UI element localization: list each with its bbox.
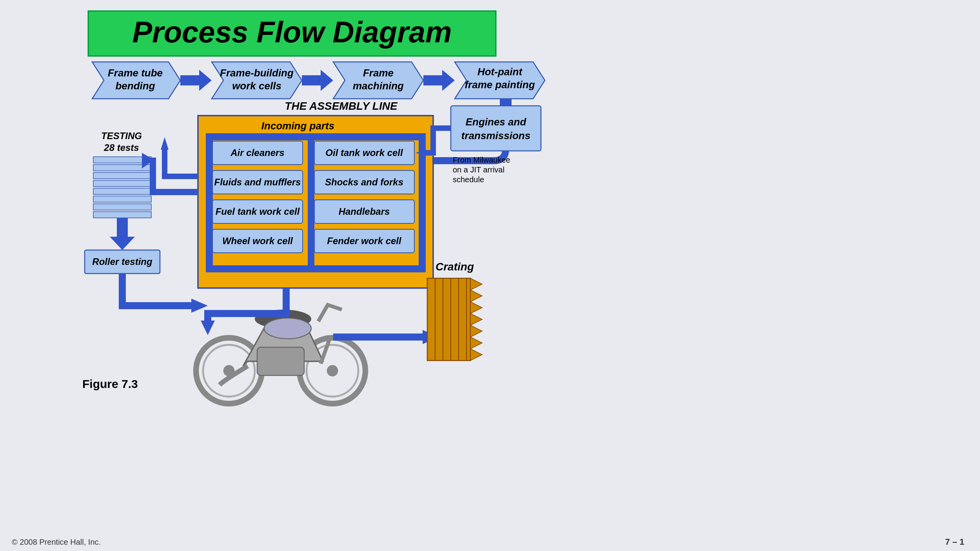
- svg-rect-56: [93, 165, 151, 171]
- svg-rect-46: [451, 106, 541, 151]
- svg-rect-82: [427, 278, 470, 361]
- svg-rect-59: [93, 188, 151, 194]
- svg-marker-68: [191, 299, 208, 313]
- svg-marker-88: [470, 337, 482, 349]
- svg-rect-43: [314, 229, 414, 253]
- svg-marker-6: [199, 70, 212, 91]
- svg-text:Hot-paint: Hot-paint: [477, 66, 523, 78]
- svg-text:Engines and: Engines and: [466, 116, 527, 128]
- svg-text:Fluids and mufflers: Fluids and mufflers: [214, 177, 301, 187]
- svg-marker-5: [180, 75, 200, 85]
- svg-text:Incoming parts: Incoming parts: [261, 120, 334, 132]
- svg-text:Frame-building: Frame-building: [220, 67, 294, 79]
- svg-marker-89: [470, 349, 482, 361]
- svg-text:schedule: schedule: [453, 175, 484, 184]
- svg-rect-26: [419, 133, 426, 272]
- svg-text:Frame tube: Frame tube: [108, 67, 163, 79]
- svg-text:7 – 1: 7 – 1: [945, 537, 964, 547]
- svg-text:Wheel work cell: Wheel work cell: [222, 236, 293, 246]
- svg-text:Roller testing: Roller testing: [92, 256, 152, 267]
- svg-marker-21: [329, 157, 341, 165]
- svg-rect-35: [212, 229, 303, 253]
- svg-rect-62: [93, 212, 151, 218]
- svg-marker-7: [212, 62, 302, 99]
- svg-text:Shocks and forks: Shocks and forks: [325, 177, 403, 187]
- svg-point-73: [307, 345, 358, 397]
- svg-text:machining: machining: [353, 80, 404, 92]
- svg-rect-57: [93, 172, 151, 179]
- svg-point-75: [255, 310, 311, 328]
- svg-text:Air cleaners: Air cleaners: [230, 147, 284, 158]
- svg-rect-25: [206, 133, 213, 272]
- svg-rect-60: [93, 196, 151, 202]
- svg-marker-20: [500, 99, 512, 114]
- svg-text:Frame: Frame: [363, 67, 394, 79]
- svg-marker-67: [142, 153, 153, 169]
- svg-marker-64: [110, 237, 135, 250]
- svg-rect-28: [206, 133, 426, 140]
- svg-marker-84: [470, 290, 482, 302]
- svg-text:bending: bending: [115, 80, 155, 92]
- svg-text:Crating: Crating: [436, 261, 474, 273]
- svg-rect-61: [93, 204, 151, 210]
- svg-rect-45: [308, 133, 314, 272]
- svg-text:Oil tank work cell: Oil tank work cell: [325, 147, 403, 158]
- svg-text:Fuel tank work cell: Fuel tank work cell: [216, 206, 300, 217]
- svg-text:Process Flow Diagram: Process Flow Diagram: [132, 15, 452, 49]
- svg-rect-41: [314, 200, 414, 223]
- svg-line-77: [321, 338, 330, 364]
- svg-rect-27: [206, 265, 426, 272]
- svg-rect-37: [314, 141, 414, 165]
- svg-marker-95: [201, 321, 215, 335]
- svg-point-74: [327, 365, 338, 377]
- svg-marker-83: [470, 278, 482, 290]
- svg-point-71: [223, 365, 235, 377]
- svg-text:© 2008 Prentice Hall, Inc.: © 2008 Prentice Hall, Inc.: [12, 538, 101, 546]
- svg-rect-39: [314, 170, 414, 194]
- svg-rect-63: [117, 218, 128, 237]
- svg-text:From Milwaukee: From Milwaukee: [453, 156, 510, 164]
- svg-marker-2: [92, 62, 180, 99]
- svg-rect-55: [93, 157, 151, 163]
- svg-text:THE ASSEMBLY LINE: THE ASSEMBLY LINE: [285, 100, 398, 112]
- svg-text:transmissions: transmissions: [461, 130, 530, 141]
- svg-marker-11: [321, 70, 333, 91]
- svg-text:work cells: work cells: [232, 80, 281, 92]
- svg-rect-33: [212, 200, 303, 223]
- svg-marker-96: [161, 137, 169, 150]
- svg-rect-76: [257, 347, 304, 375]
- svg-marker-86: [470, 314, 482, 325]
- svg-rect-58: [93, 180, 151, 187]
- svg-marker-80: [423, 330, 439, 344]
- svg-text:frame painting: frame painting: [465, 79, 535, 91]
- svg-marker-12: [333, 62, 423, 99]
- svg-text:28 tests: 28 tests: [103, 142, 139, 153]
- svg-marker-15: [423, 75, 443, 85]
- svg-marker-87: [470, 325, 482, 337]
- svg-text:Fender work cell: Fender work cell: [327, 236, 402, 246]
- svg-marker-85: [470, 302, 482, 314]
- svg-text:TESTING: TESTING: [101, 130, 142, 141]
- svg-point-79: [264, 318, 311, 339]
- svg-text:Figure 7.3: Figure 7.3: [82, 377, 138, 390]
- svg-marker-17: [455, 62, 545, 99]
- svg-text:Handlebars: Handlebars: [339, 206, 390, 217]
- svg-rect-23: [198, 116, 433, 288]
- svg-marker-10: [302, 75, 321, 85]
- svg-rect-0: [88, 11, 496, 56]
- svg-point-69: [196, 338, 262, 404]
- svg-marker-16: [442, 70, 455, 91]
- svg-rect-65: [85, 250, 160, 274]
- svg-point-72: [299, 338, 365, 404]
- svg-text:on a JIT arrival: on a JIT arrival: [453, 165, 505, 174]
- svg-rect-31: [212, 170, 303, 194]
- svg-rect-29: [212, 141, 303, 165]
- svg-point-70: [203, 345, 255, 397]
- svg-marker-52: [416, 150, 426, 156]
